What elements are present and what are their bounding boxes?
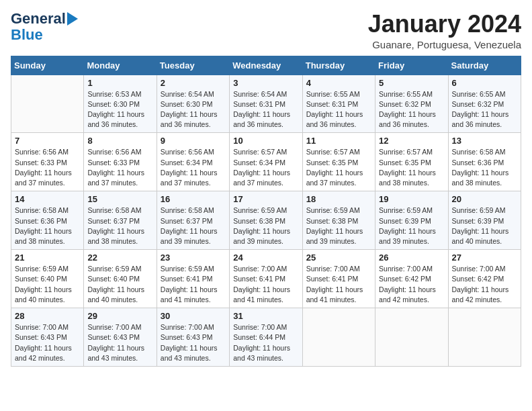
- day-info: Sunrise: 6:58 AM Sunset: 6:37 PM Dayligh…: [87, 205, 152, 246]
- calendar-cell: [375, 308, 448, 367]
- calendar-cell: 23Sunrise: 6:59 AM Sunset: 6:41 PM Dayli…: [157, 250, 229, 308]
- day-info: Sunrise: 7:00 AM Sunset: 6:43 PM Dayligh…: [87, 322, 152, 363]
- day-number: 16: [161, 194, 226, 204]
- day-number: 20: [452, 194, 517, 204]
- day-number: 1: [87, 78, 152, 88]
- day-number: 27: [452, 253, 517, 263]
- calendar-cell: 24Sunrise: 7:00 AM Sunset: 6:41 PM Dayli…: [230, 250, 302, 308]
- month-title: January 2024: [368, 11, 521, 38]
- calendar-cell: 4Sunrise: 6:55 AM Sunset: 6:31 PM Daylig…: [302, 75, 375, 133]
- day-info: Sunrise: 6:59 AM Sunset: 6:38 PM Dayligh…: [233, 205, 298, 246]
- day-number: 21: [15, 253, 80, 263]
- column-header-friday: Friday: [375, 56, 448, 75]
- calendar-cell: 18Sunrise: 6:59 AM Sunset: 6:38 PM Dayli…: [302, 191, 375, 250]
- calendar-cell: 11Sunrise: 6:57 AM Sunset: 6:35 PM Dayli…: [302, 133, 375, 191]
- day-info: Sunrise: 6:58 AM Sunset: 6:36 PM Dayligh…: [452, 147, 517, 188]
- day-info: Sunrise: 6:57 AM Sunset: 6:35 PM Dayligh…: [379, 147, 444, 188]
- logo-arrow-icon: [67, 12, 78, 26]
- page-header: General Blue January 2024 Guanare, Portu…: [11, 11, 521, 50]
- title-block: January 2024 Guanare, Portuguesa, Venezu…: [368, 11, 521, 50]
- day-number: 3: [233, 78, 298, 88]
- day-number: 23: [161, 253, 226, 263]
- day-number: 9: [161, 136, 226, 146]
- column-header-monday: Monday: [84, 56, 157, 75]
- column-header-wednesday: Wednesday: [230, 56, 302, 75]
- day-number: 7: [15, 136, 80, 146]
- column-header-saturday: Saturday: [448, 56, 521, 75]
- calendar-cell: 12Sunrise: 6:57 AM Sunset: 6:35 PM Dayli…: [375, 133, 448, 191]
- calendar-cell: 13Sunrise: 6:58 AM Sunset: 6:36 PM Dayli…: [448, 133, 521, 191]
- day-info: Sunrise: 6:55 AM Sunset: 6:32 PM Dayligh…: [379, 89, 444, 130]
- column-header-tuesday: Tuesday: [157, 56, 229, 75]
- day-number: 17: [233, 194, 298, 204]
- calendar-cell: 16Sunrise: 6:58 AM Sunset: 6:37 PM Dayli…: [157, 191, 229, 250]
- day-number: 28: [15, 311, 80, 321]
- day-number: 30: [161, 311, 226, 321]
- calendar-cell: 27Sunrise: 7:00 AM Sunset: 6:42 PM Dayli…: [448, 250, 521, 308]
- day-info: Sunrise: 6:58 AM Sunset: 6:37 PM Dayligh…: [161, 205, 226, 246]
- day-info: Sunrise: 6:59 AM Sunset: 6:40 PM Dayligh…: [87, 264, 152, 305]
- day-info: Sunrise: 6:54 AM Sunset: 6:30 PM Dayligh…: [161, 89, 226, 130]
- day-info: Sunrise: 6:55 AM Sunset: 6:32 PM Dayligh…: [452, 89, 517, 130]
- day-number: 14: [15, 194, 80, 204]
- calendar-cell: 25Sunrise: 7:00 AM Sunset: 6:41 PM Dayli…: [302, 250, 375, 308]
- day-info: Sunrise: 6:59 AM Sunset: 6:40 PM Dayligh…: [15, 264, 80, 305]
- column-header-thursday: Thursday: [302, 56, 375, 75]
- calendar-cell: 28Sunrise: 7:00 AM Sunset: 6:43 PM Dayli…: [11, 308, 84, 367]
- day-number: 10: [233, 136, 298, 146]
- day-number: 24: [233, 253, 298, 263]
- calendar-cell: 22Sunrise: 6:59 AM Sunset: 6:40 PM Dayli…: [84, 250, 157, 308]
- day-number: 15: [87, 194, 152, 204]
- calendar-cell: 17Sunrise: 6:59 AM Sunset: 6:38 PM Dayli…: [230, 191, 302, 250]
- day-info: Sunrise: 7:00 AM Sunset: 6:43 PM Dayligh…: [161, 322, 226, 363]
- calendar-cell: [302, 308, 375, 367]
- day-info: Sunrise: 7:00 AM Sunset: 6:43 PM Dayligh…: [15, 322, 80, 363]
- logo: General Blue: [11, 11, 78, 43]
- day-info: Sunrise: 6:58 AM Sunset: 6:36 PM Dayligh…: [15, 205, 80, 246]
- day-number: 26: [379, 253, 444, 263]
- day-number: 31: [233, 311, 298, 321]
- calendar-cell: 29Sunrise: 7:00 AM Sunset: 6:43 PM Dayli…: [84, 308, 157, 367]
- calendar-cell: 21Sunrise: 6:59 AM Sunset: 6:40 PM Dayli…: [11, 250, 84, 308]
- calendar-cell: 31Sunrise: 7:00 AM Sunset: 6:44 PM Dayli…: [230, 308, 302, 367]
- calendar-cell: 2Sunrise: 6:54 AM Sunset: 6:30 PM Daylig…: [157, 75, 229, 133]
- day-info: Sunrise: 6:59 AM Sunset: 6:38 PM Dayligh…: [306, 205, 371, 246]
- calendar-cell: [11, 75, 84, 133]
- day-info: Sunrise: 7:00 AM Sunset: 6:41 PM Dayligh…: [233, 264, 298, 305]
- calendar-body: 1Sunrise: 6:53 AM Sunset: 6:30 PM Daylig…: [11, 75, 521, 366]
- location-subtitle: Guanare, Portuguesa, Venezuela: [368, 39, 521, 50]
- calendar-cell: 26Sunrise: 7:00 AM Sunset: 6:42 PM Dayli…: [375, 250, 448, 308]
- day-number: 25: [306, 253, 371, 263]
- day-number: 18: [306, 194, 371, 204]
- day-number: 22: [87, 253, 152, 263]
- day-info: Sunrise: 6:56 AM Sunset: 6:33 PM Dayligh…: [15, 147, 80, 188]
- day-info: Sunrise: 6:59 AM Sunset: 6:41 PM Dayligh…: [161, 264, 226, 305]
- day-number: 19: [379, 194, 444, 204]
- calendar-cell: 19Sunrise: 6:59 AM Sunset: 6:39 PM Dayli…: [375, 191, 448, 250]
- calendar-cell: 6Sunrise: 6:55 AM Sunset: 6:32 PM Daylig…: [448, 75, 521, 133]
- day-info: Sunrise: 7:00 AM Sunset: 6:42 PM Dayligh…: [452, 264, 517, 305]
- column-header-sunday: Sunday: [11, 56, 84, 75]
- day-info: Sunrise: 6:53 AM Sunset: 6:30 PM Dayligh…: [87, 89, 152, 130]
- calendar-header-row: SundayMondayTuesdayWednesdayThursdayFrid…: [11, 56, 521, 75]
- day-info: Sunrise: 6:57 AM Sunset: 6:35 PM Dayligh…: [306, 147, 371, 188]
- day-number: 8: [87, 136, 152, 146]
- day-info: Sunrise: 7:00 AM Sunset: 6:44 PM Dayligh…: [233, 322, 298, 363]
- calendar-week-row: 28Sunrise: 7:00 AM Sunset: 6:43 PM Dayli…: [11, 308, 521, 367]
- day-info: Sunrise: 6:56 AM Sunset: 6:34 PM Dayligh…: [161, 147, 226, 188]
- calendar-week-row: 14Sunrise: 6:58 AM Sunset: 6:36 PM Dayli…: [11, 191, 521, 250]
- calendar-cell: 8Sunrise: 6:56 AM Sunset: 6:33 PM Daylig…: [84, 133, 157, 191]
- day-number: 12: [379, 136, 444, 146]
- calendar-cell: 10Sunrise: 6:57 AM Sunset: 6:34 PM Dayli…: [230, 133, 302, 191]
- day-info: Sunrise: 7:00 AM Sunset: 6:42 PM Dayligh…: [379, 264, 444, 305]
- calendar-cell: 5Sunrise: 6:55 AM Sunset: 6:32 PM Daylig…: [375, 75, 448, 133]
- calendar-cell: 14Sunrise: 6:58 AM Sunset: 6:36 PM Dayli…: [11, 191, 84, 250]
- day-info: Sunrise: 6:54 AM Sunset: 6:31 PM Dayligh…: [233, 89, 298, 130]
- calendar-table: SundayMondayTuesdayWednesdayThursdayFrid…: [11, 56, 521, 367]
- day-number: 6: [452, 78, 517, 88]
- day-number: 13: [452, 136, 517, 146]
- day-info: Sunrise: 7:00 AM Sunset: 6:41 PM Dayligh…: [306, 264, 371, 305]
- calendar-cell: 3Sunrise: 6:54 AM Sunset: 6:31 PM Daylig…: [230, 75, 302, 133]
- day-number: 29: [87, 311, 152, 321]
- calendar-cell: 7Sunrise: 6:56 AM Sunset: 6:33 PM Daylig…: [11, 133, 84, 191]
